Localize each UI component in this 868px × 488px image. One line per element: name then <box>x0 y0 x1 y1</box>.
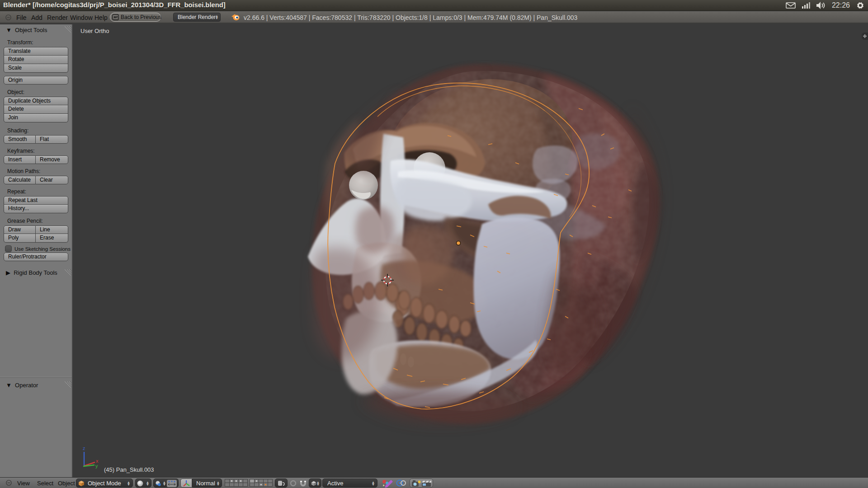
svg-text:z: z <box>83 446 85 451</box>
svg-text:y: y <box>95 463 98 469</box>
